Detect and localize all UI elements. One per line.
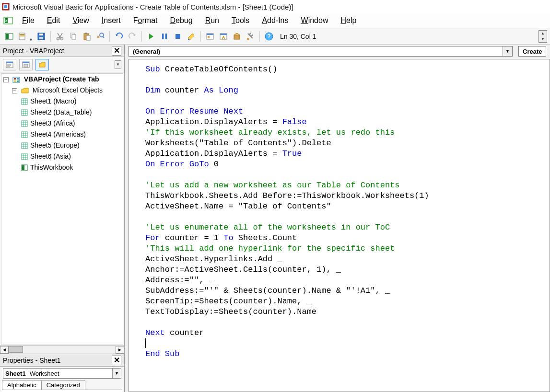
- svg-rect-22: [162, 34, 164, 39]
- save-icon[interactable]: [35, 30, 47, 43]
- workbook-icon: [21, 164, 28, 172]
- insert-module-icon[interactable]: [16, 30, 29, 43]
- svg-rect-9: [20, 34, 24, 35]
- menu-help[interactable]: Help: [335, 14, 362, 27]
- svg-rect-20: [86, 35, 90, 40]
- vba-app-icon: [2, 3, 10, 11]
- chevron-down-icon[interactable]: ▼: [112, 369, 121, 378]
- run-icon[interactable]: [145, 30, 157, 43]
- toolbar-overflow[interactable]: ▲▼: [538, 30, 547, 43]
- window-title: Microsoft Visual Basic for Applications …: [12, 3, 293, 11]
- svg-rect-48: [22, 132, 27, 138]
- toolbox-icon[interactable]: [244, 30, 257, 43]
- svg-rect-44: [17, 81, 19, 82]
- copy-icon[interactable]: [67, 30, 80, 43]
- cut-icon[interactable]: [54, 30, 66, 43]
- project-hscroll[interactable]: ◄ ►: [0, 345, 124, 354]
- svg-rect-41: [14, 78, 16, 80]
- worksheet-icon: [21, 109, 28, 116]
- menu-debug[interactable]: Debug: [164, 14, 199, 27]
- tree-sheet-label: Sheet2 (Data_Table): [30, 108, 92, 116]
- tree-sheet-item[interactable]: Sheet4 (Americas): [21, 129, 123, 140]
- tree-workbook-label: ThisWorkbook: [30, 163, 73, 171]
- design-mode-icon[interactable]: [185, 30, 198, 43]
- tree-sheet-item[interactable]: Sheet5 (Europe): [21, 140, 123, 151]
- menu-view[interactable]: View: [67, 14, 94, 27]
- title-bar: Microsoft Visual Basic for Applications …: [0, 0, 550, 13]
- properties-grid[interactable]: [2, 390, 122, 392]
- menu-window[interactable]: Window: [295, 14, 334, 27]
- collapse-icon[interactable]: −: [12, 88, 17, 93]
- svg-point-14: [57, 37, 59, 40]
- tab-categorized[interactable]: Categorized: [41, 380, 85, 390]
- tree-sheet-label: Sheet3 (Africa): [30, 119, 75, 127]
- code-editor[interactable]: Sub CreateTableOfContents() Dim counter …: [129, 59, 550, 392]
- view-code-icon[interactable]: [3, 59, 16, 70]
- view-object-icon[interactable]: [19, 59, 33, 70]
- break-icon[interactable]: [158, 30, 171, 43]
- svg-rect-25: [188, 39, 189, 40]
- chevron-down-icon[interactable]: ▼: [503, 46, 512, 56]
- project-explorer-icon[interactable]: [204, 30, 216, 43]
- object-browser-icon[interactable]: [231, 30, 243, 43]
- svg-rect-19: [85, 33, 87, 34]
- scroll-left-icon[interactable]: ◄: [0, 346, 9, 354]
- tree-group[interactable]: − Microsoft Excel Objects Sheet1 (Macro)…: [12, 85, 123, 173]
- menu-run[interactable]: Run: [199, 14, 225, 27]
- procedure-dropdown[interactable]: Create: [518, 46, 546, 57]
- view-excel-icon[interactable]: [3, 30, 15, 43]
- help-icon[interactable]: ?: [263, 30, 275, 43]
- object-dropdown[interactable]: (General) ▼: [129, 46, 513, 57]
- project-toolbar: ▼: [0, 57, 124, 72]
- tab-alphabetic[interactable]: Alphabetic: [2, 380, 42, 390]
- svg-rect-43: [14, 81, 16, 82]
- properties-pane-header: Properties - Sheet1 ✕: [0, 354, 124, 367]
- insert-dropdown-icon[interactable]: ▼: [29, 37, 33, 44]
- undo-icon[interactable]: [113, 30, 125, 43]
- folder-icon: [21, 87, 29, 94]
- redo-icon[interactable]: [126, 30, 139, 43]
- collapse-icon[interactable]: −: [3, 77, 9, 82]
- svg-rect-36: [6, 62, 13, 63]
- svg-rect-30: [220, 34, 227, 35]
- toggle-folders-icon[interactable]: [35, 59, 49, 70]
- svg-rect-52: [22, 165, 24, 170]
- scroll-thumb[interactable]: [9, 346, 23, 353]
- excel-host-icon[interactable]: X: [3, 15, 13, 26]
- tree-sheet-item[interactable]: Sheet2 (Data_Table): [21, 107, 123, 118]
- tree-sheet-label: Sheet5 (Europe): [30, 141, 80, 149]
- svg-rect-27: [207, 34, 213, 35]
- close-icon[interactable]: ✕: [112, 46, 121, 56]
- code-column: (General) ▼ Create Sub CreateTableOfCont…: [125, 45, 550, 392]
- project-pane-title: Project - VBAProject: [3, 47, 64, 55]
- separator: [109, 31, 110, 42]
- svg-rect-46: [22, 110, 27, 115]
- properties-object-name: Sheet1: [3, 370, 28, 377]
- separator: [200, 31, 201, 42]
- menu-insert[interactable]: Insert: [96, 14, 127, 27]
- tree-sheet-item[interactable]: Sheet6 (Asia): [21, 151, 123, 162]
- menu-format[interactable]: Format: [128, 14, 164, 27]
- tree-sheet-item[interactable]: Sheet1 (Macro): [21, 96, 123, 107]
- menu-edit[interactable]: Edit: [41, 14, 66, 27]
- worksheet-icon: [21, 120, 28, 127]
- tree-root[interactable]: − VBAProject (Create Tab − Microsoft Exc…: [3, 74, 123, 173]
- scroll-right-icon[interactable]: ►: [116, 346, 124, 354]
- project-tree[interactable]: − VBAProject (Create Tab − Microsoft Exc…: [1, 73, 123, 345]
- cursor-position: Ln 30, Col 1: [280, 33, 316, 40]
- properties-object-dropdown[interactable]: Sheet1 Worksheet ▼: [3, 368, 121, 379]
- scroll-track[interactable]: [9, 346, 116, 354]
- menu-addins[interactable]: Add-Ins: [256, 14, 294, 27]
- tree-sheet-item[interactable]: Sheet3 (Africa): [21, 118, 123, 129]
- separator: [141, 31, 142, 42]
- menu-tools[interactable]: Tools: [226, 14, 255, 27]
- reset-icon[interactable]: [172, 30, 184, 43]
- properties-window-icon[interactable]: [217, 30, 230, 43]
- tree-workbook-item[interactable]: ThisWorkbook: [21, 162, 123, 173]
- menu-file[interactable]: File: [16, 14, 40, 27]
- worksheet-icon: [21, 98, 28, 105]
- close-icon[interactable]: ✕: [112, 356, 121, 365]
- find-icon[interactable]: [94, 30, 106, 43]
- project-toolbar-dropdown[interactable]: ▼: [115, 60, 121, 69]
- paste-icon[interactable]: [81, 30, 93, 43]
